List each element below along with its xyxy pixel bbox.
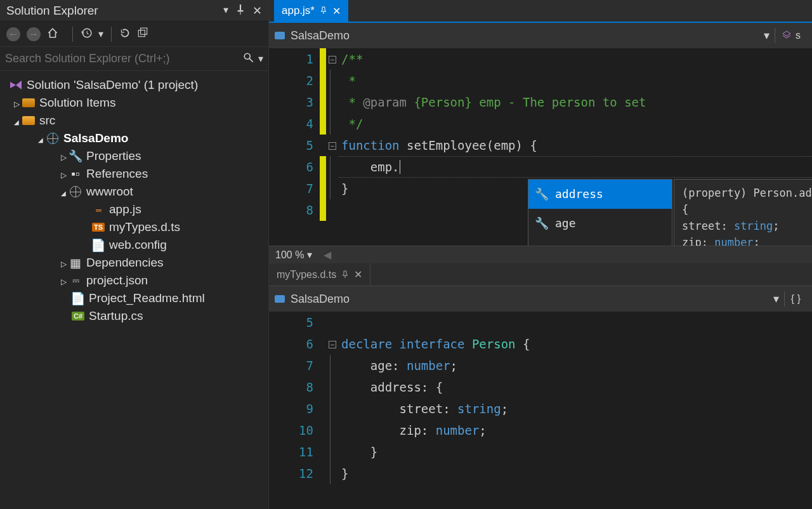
json-file-icon: ⎓: [69, 275, 82, 286]
search-options-icon[interactable]: [258, 53, 263, 65]
wwwroot-node[interactable]: wwwroot: [3, 183, 266, 201]
nav-member-dropdown[interactable]: s: [775, 30, 807, 41]
close-icon[interactable]: ✕: [252, 4, 262, 18]
editor-area: app.js* ✕ SalsaDemo s 12345678: [269, 0, 812, 509]
search-icon[interactable]: [243, 52, 254, 66]
fold-toggle-icon[interactable]: [329, 341, 336, 348]
collapse-icon[interactable]: [36, 131, 46, 145]
dependencies-icon: ▦: [69, 257, 82, 268]
references-icon: ▪▫: [69, 168, 82, 180]
appjs-node[interactable]: ⎓ app.js: [3, 201, 266, 218]
history-dropdown-icon[interactable]: [98, 28, 103, 40]
properties-node[interactable]: 🔧 Properties: [3, 147, 266, 165]
expand-icon[interactable]: [58, 274, 69, 288]
back-button[interactable]: ←: [6, 27, 20, 41]
intellisense-item[interactable]: 🔧 address: [528, 180, 672, 209]
zoom-bar: 100 % ◀: [269, 246, 812, 263]
solution-node[interactable]: Solution 'SalsaDemo' (1 project): [3, 76, 266, 94]
intellisense-tooltip: (property) Person.address: { street: str…: [674, 179, 812, 246]
editor-navbar-bottom: SalsaDemo { }: [269, 286, 812, 312]
refresh-icon[interactable]: [119, 27, 131, 41]
js-file-icon: ⎓: [91, 204, 105, 215]
intellisense-item[interactable]: emp: [528, 238, 672, 246]
tab-pin-icon[interactable]: [320, 4, 327, 17]
readme-node[interactable]: 📄 Project_Readme.html: [3, 289, 266, 307]
folder-open-icon: [22, 115, 36, 126]
src-folder-node[interactable]: src: [3, 112, 266, 129]
tab-close-icon[interactable]: ✕: [332, 5, 341, 17]
editor-navbar: SalsaDemo s: [269, 23, 812, 48]
wrench-icon: 🔧: [69, 150, 82, 162]
line-gutter: 12345678: [269, 48, 320, 221]
code-content[interactable]: /** * * @param {Person} emp - The person…: [339, 48, 812, 221]
fold-margin[interactable]: [326, 312, 339, 484]
solution-items-node[interactable]: Solution Items: [3, 94, 266, 112]
tab-pin-icon[interactable]: [341, 269, 349, 281]
wrench-icon: 🔧: [535, 183, 549, 205]
code-editor-top[interactable]: 12345678 /** * * @param {Person} emp - T…: [269, 48, 812, 246]
expand-icon[interactable]: [58, 167, 69, 181]
collapse-icon[interactable]: [11, 114, 22, 128]
intellisense-popup[interactable]: 🔧 address 🔧 age emp setEmployee: [528, 179, 672, 246]
fold-margin[interactable]: [326, 48, 339, 221]
intellisense-item[interactable]: 🔧 age: [528, 209, 672, 238]
tab-label: app.js*: [282, 4, 315, 17]
fold-toggle-icon[interactable]: [329, 56, 336, 63]
config-file-icon: 📄: [91, 239, 105, 251]
history-icon[interactable]: [81, 27, 92, 41]
wrench-icon: 🔧: [535, 213, 549, 234]
nav-project-dropdown[interactable]: SalsaDemo: [274, 292, 784, 306]
editor-tabs-bottom: myTypes.d.ts ✕: [269, 263, 812, 286]
nav-project-dropdown[interactable]: SalsaDemo: [274, 29, 775, 43]
startup-node[interactable]: C# Startup.cs: [3, 307, 266, 325]
globe-icon: [46, 133, 60, 144]
globe-icon: [69, 186, 82, 197]
chevron-down-icon: [307, 249, 312, 260]
expand-icon[interactable]: [58, 149, 69, 163]
chevron-down-icon: [764, 29, 769, 43]
change-margin: [320, 312, 326, 484]
tab-appjs[interactable]: app.js* ✕: [274, 0, 348, 22]
mytypes-node[interactable]: TS myTypes.d.ts: [3, 218, 266, 236]
tab-mytypes[interactable]: myTypes.d.ts ✕: [269, 263, 370, 286]
folder-icon: [22, 97, 36, 109]
svg-rect-8: [275, 32, 285, 39]
collapse-icon[interactable]: [58, 185, 69, 199]
csharp-file-icon: C#: [71, 310, 85, 322]
solution-explorer-panel: Solution Explorer ✕ ← →: [0, 0, 269, 509]
change-margin: [320, 48, 326, 221]
line-gutter: 56789101112: [269, 312, 320, 484]
forward-button[interactable]: →: [27, 27, 41, 41]
projectjson-node[interactable]: ⎓ project.json: [3, 272, 266, 289]
svg-rect-5: [141, 28, 147, 34]
project-node[interactable]: SalsaDemo: [3, 129, 266, 147]
code-content[interactable]: declare interface Person { age: number; …: [339, 312, 812, 484]
svg-point-6: [244, 53, 250, 59]
solution-tree[interactable]: Solution 'SalsaDemo' (1 project) Solutio…: [0, 71, 268, 509]
fold-toggle-icon[interactable]: [329, 142, 336, 150]
tab-close-icon[interactable]: ✕: [354, 268, 362, 281]
references-node[interactable]: ▪▫ References: [3, 165, 266, 183]
svg-rect-0: [240, 4, 241, 11]
zoom-dropdown[interactable]: 100 %: [275, 249, 312, 261]
webconfig-node[interactable]: 📄 web.config: [3, 236, 266, 254]
home-icon[interactable]: [47, 27, 58, 41]
panel-title-bar: Solution Explorer ✕: [0, 0, 268, 22]
scroll-left-icon[interactable]: ◀: [324, 249, 331, 261]
dropdown-icon[interactable]: [223, 4, 228, 18]
vs-solution-icon: [9, 79, 23, 91]
toolbar: ← →: [0, 22, 268, 47]
svg-rect-4: [138, 30, 145, 36]
pin-icon[interactable]: [235, 4, 246, 18]
svg-line-7: [249, 58, 253, 62]
svg-rect-1: [238, 10, 244, 11]
expand-icon[interactable]: [11, 96, 22, 110]
dependencies-node[interactable]: ▦ Dependencies: [3, 254, 266, 272]
expand-icon[interactable]: [58, 256, 69, 270]
nav-member-dropdown[interactable]: { }: [785, 293, 807, 305]
search-input[interactable]: [5, 52, 243, 65]
code-editor-bottom[interactable]: 56789101112 declare interface Person { a…: [269, 312, 812, 509]
tab-label: myTypes.d.ts: [277, 269, 336, 281]
collapse-all-icon[interactable]: [137, 27, 148, 41]
ts-file-icon: TS: [91, 221, 105, 233]
